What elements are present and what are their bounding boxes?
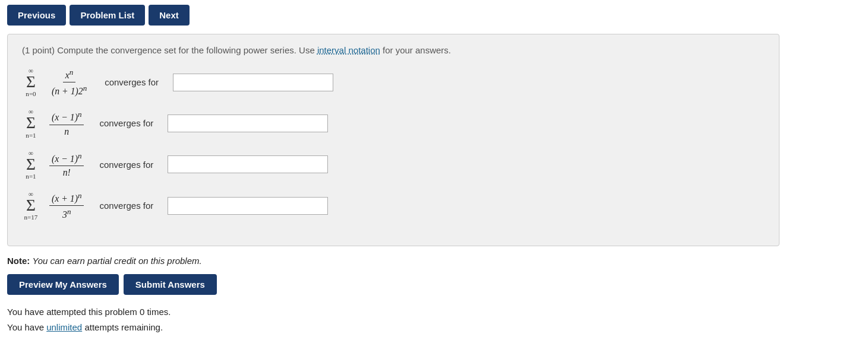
denominator-1: (n + 1)2n [49, 82, 89, 97]
problem-intro: (1 point) Compute the convergence set fo… [22, 45, 765, 55]
attempt-line-1: You have attempted this problem 0 times. [7, 304, 861, 320]
remaining-prefix: You have [7, 322, 46, 332]
sigma-symbol-2: Σ [26, 115, 36, 131]
interval-notation-link[interactable]: interval notation [317, 45, 380, 55]
sigma-symbol-3: Σ [26, 157, 36, 173]
fraction-3: (x − 1)n n! [49, 151, 84, 178]
problem-list-button[interactable]: Problem List [70, 5, 145, 26]
sigma-sub-4: n=17 [24, 214, 38, 221]
attempt-count: 0 [140, 307, 144, 317]
answer-input-3[interactable] [168, 155, 328, 173]
answer-input-1[interactable] [173, 74, 333, 91]
intro-suffix: for your answers. [380, 45, 451, 55]
converges-label-2: converges for [99, 118, 153, 128]
fraction-2: (x − 1)n n [49, 110, 84, 136]
denominator-3: n! [61, 166, 73, 178]
fraction-4: (x + 1)n 3n [49, 191, 84, 221]
attempt-line-2: You have unlimited attempts remaining. [7, 320, 861, 335]
sigma-1: ∞ Σ n=0 [22, 67, 40, 97]
submit-answers-button[interactable]: Submit Answers [124, 274, 217, 295]
next-button[interactable]: Next [149, 5, 190, 26]
sigma-sub-1: n=0 [26, 90, 36, 97]
converges-label-3: converges for [99, 160, 153, 170]
attempt-info: You have attempted this problem 0 times.… [7, 304, 861, 335]
sigma-2: ∞ Σ n=1 [22, 108, 40, 138]
point-text: (1 point) Compute the convergence set fo… [22, 45, 317, 55]
attempt-prefix: You have attempted this problem [7, 307, 140, 317]
answer-input-4[interactable] [168, 197, 328, 215]
note-line: Note: You can earn partial credit on thi… [7, 256, 861, 266]
navigation-bar: Previous Problem List Next [7, 5, 861, 26]
attempt-suffix: times. [144, 307, 171, 317]
problem-box: (1 point) Compute the convergence set fo… [7, 34, 779, 246]
previous-button[interactable]: Previous [7, 5, 66, 26]
denominator-2: n [62, 125, 71, 137]
numerator-1: xn [63, 68, 76, 82]
series-row-2: ∞ Σ n=1 (x − 1)n n converges for [22, 108, 765, 138]
denominator-4: 3n [60, 206, 73, 220]
numerator-3: (x − 1)n [49, 151, 84, 166]
answer-input-2[interactable] [168, 115, 328, 132]
converges-label-4: converges for [99, 201, 153, 211]
remaining-suffix: attempts remaining. [82, 322, 163, 332]
sigma-sub-3: n=1 [26, 173, 36, 180]
series-row-1: ∞ Σ n=0 xn (n + 1)2n converges for [22, 67, 765, 97]
sigma-symbol-1: Σ [26, 74, 36, 90]
converges-label-1: converges for [105, 77, 159, 87]
numerator-4: (x + 1)n [49, 191, 84, 206]
series-row-3: ∞ Σ n=1 (x − 1)n n! converges for [22, 150, 765, 180]
preview-answers-button[interactable]: Preview My Answers [7, 274, 119, 295]
series-row-4: ∞ Σ n=17 (x + 1)n 3n converges for [22, 190, 765, 221]
sigma-symbol-4: Σ [26, 198, 36, 214]
fraction-1: xn (n + 1)2n [49, 68, 89, 97]
numerator-2: (x − 1)n [49, 110, 84, 125]
action-buttons: Preview My Answers Submit Answers [7, 274, 861, 295]
sigma-sub-2: n=1 [26, 132, 36, 139]
sigma-3: ∞ Σ n=1 [22, 150, 40, 180]
note-label: Note: [7, 256, 30, 266]
note-text: You can earn partial credit on this prob… [33, 256, 202, 266]
sigma-4: ∞ Σ n=17 [22, 190, 40, 221]
unlimited-link[interactable]: unlimited [46, 322, 82, 332]
